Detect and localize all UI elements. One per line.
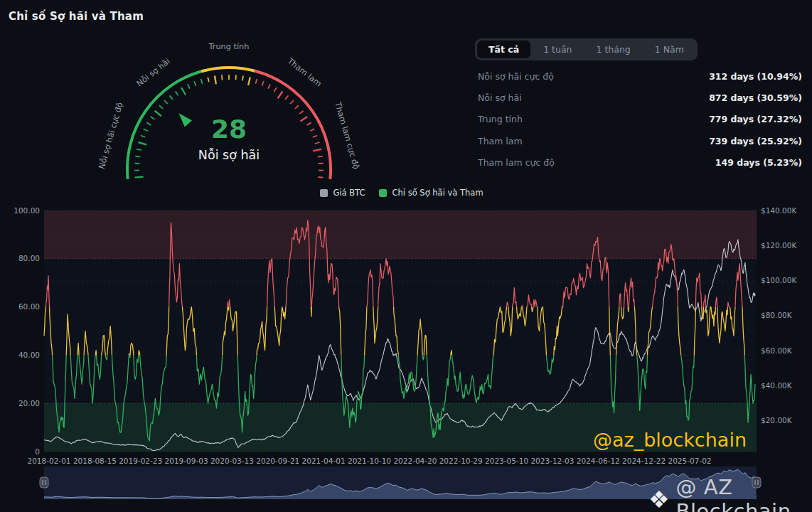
x-axis-label: 2024-06-12	[577, 457, 620, 465]
gauge-tick	[144, 129, 148, 131]
gauge-tick	[208, 77, 209, 82]
y-right-tick: $140.00K	[761, 206, 797, 215]
x-axis-label: 2022-04-20	[393, 457, 437, 465]
gauge-zone-label-4: Tham lam cực độ	[333, 100, 361, 170]
x-axis-label: 2018-08-15	[73, 457, 117, 465]
gauge-tick	[301, 117, 308, 122]
tab-1-year[interactable]: 1 Năm	[643, 41, 695, 58]
gauge-tick	[194, 81, 196, 86]
gauge-arc-zone-2	[256, 71, 331, 178]
tab-all[interactable]: Tất cả	[477, 41, 530, 58]
gauge-tick	[278, 92, 283, 99]
legend-label: Giá BTC	[333, 188, 365, 198]
gauge-zone-label-1: Nỗi sợ hãi	[135, 57, 172, 89]
gauge-value-label: Nỗi sợ hãi	[198, 148, 260, 162]
x-axis-label: 2025-07-02	[668, 457, 711, 465]
x-axis-label: 2020-09-21	[256, 457, 299, 465]
gauge-needle	[178, 113, 192, 127]
gauge-tick	[222, 75, 223, 80]
gauge-tick	[146, 122, 151, 125]
gauge-tick	[319, 177, 324, 178]
x-axis-label: 2020-03-13	[210, 457, 254, 465]
y-right-tick: $80.00K	[761, 311, 793, 319]
gauge-tick	[188, 84, 190, 88]
legend-item-fear-greed[interactable]: Chỉ số Sợ hãi và Tham	[379, 188, 483, 198]
gauge-tick	[170, 95, 173, 100]
stat-row-neutral: Trung tính 779 days (27.32%)	[469, 109, 806, 130]
gauge-tick	[139, 142, 147, 145]
legend-item-btc-price[interactable]: Giá BTC	[320, 188, 365, 198]
y-left-tick: 60.00	[18, 302, 40, 311]
navigator-handle-left[interactable]	[40, 477, 48, 488]
gauge-tick	[176, 92, 178, 96]
chart-watermark: @az_blockchain	[593, 429, 747, 451]
gauge-tick	[262, 81, 264, 86]
gauge-tick	[299, 111, 304, 114]
footer-brand-text: @ AZ Blockchain	[676, 475, 812, 512]
y-right-tick: $20.00K	[761, 416, 793, 425]
plot-area[interactable]	[44, 210, 757, 452]
gauge-zone-label-3: Tham lam	[285, 56, 323, 89]
gauge-tick	[285, 95, 288, 100]
y-left-tick: 0	[35, 447, 40, 456]
fear-greed-gauge: 28Nỗi sợ hãiNỗi sợ hãi cực độNỗi sợ hãiT…	[65, 30, 400, 179]
tab-1-month[interactable]: 1 tháng	[584, 41, 641, 58]
gauge-tick	[248, 77, 250, 85]
stat-value: 149 days (5.23%)	[715, 157, 802, 168]
gauge-value: 28	[211, 114, 247, 144]
main-chart[interactable]: 100.0080.0060.0040.0020.000$140.00K$120.…	[0, 205, 812, 466]
stat-value: 872 days (30.59%)	[709, 92, 802, 103]
y-left-tick: 20.00	[18, 399, 40, 407]
x-axis-label: 2023-12-03	[530, 457, 574, 465]
stat-row-greed: Tham lam 739 days (25.92%)	[469, 130, 806, 151]
stat-label: Tham lam	[478, 136, 523, 146]
gauge-tick	[274, 87, 277, 92]
stat-label: Nỗi sợ hãi cực độ	[478, 71, 554, 82]
gauge-tick	[164, 100, 168, 104]
tab-1-week[interactable]: 1 tuần	[532, 41, 583, 58]
gauge-tick	[255, 79, 257, 84]
stat-row-extreme-greed: Tham lam cực độ 149 days (5.23%)	[469, 152, 806, 174]
page-title: Chỉ số Sợ hãi và Tham	[9, 10, 144, 23]
fear-greed-legend-swatch-icon	[379, 189, 387, 197]
y-right-tick: $40.00K	[761, 381, 793, 390]
gauge-tick	[290, 100, 294, 104]
chart-legend: Giá BTC Chỉ số Sợ hãi và Tham	[0, 188, 803, 198]
stat-label: Trung tính	[478, 114, 523, 124]
x-axis-label: 2019-02-23	[119, 457, 162, 465]
gauge-tick	[137, 149, 141, 151]
x-axis-label: 2022-10-29	[439, 457, 483, 465]
y-right-tick: $120.00K	[761, 241, 797, 250]
x-axis-label: 2018-02-01	[27, 457, 70, 465]
binance-diamond-icon: ❖	[648, 488, 670, 511]
gauge-tick	[295, 105, 299, 109]
stat-label: Tham lam cực độ	[478, 157, 555, 168]
stat-value: 312 days (10.94%)	[709, 71, 802, 82]
stat-row-fear: Nỗi sợ hãi 872 days (30.59%)	[469, 87, 806, 108]
gauge-tick	[135, 177, 144, 178]
gauge-tick	[307, 122, 311, 125]
y-right-tick: $100.00K	[761, 276, 797, 284]
gauge-tick	[310, 129, 314, 131]
gauge-tick	[155, 111, 161, 116]
gauge-arc-zone-1	[203, 68, 256, 71]
stat-row-extreme-fear: Nỗi sợ hãi cực độ 312 days (10.94%)	[469, 65, 806, 87]
gauge-tick	[242, 76, 243, 81]
gauge-zone-label-2: Trung tính	[208, 42, 250, 51]
gauge-tick	[159, 105, 163, 109]
stat-label: Nỗi sợ hãi	[478, 92, 522, 103]
gauge-arc-zone-0	[127, 71, 203, 178]
gauge-tick	[268, 84, 270, 88]
x-axis-label: 2023-05-10	[485, 457, 528, 465]
gauge-zone-label-0: Nỗi sợ hãi cực độ	[97, 101, 125, 170]
y-left-tick: 100.00	[14, 206, 40, 215]
x-axis-label: 2019-09-03	[165, 457, 208, 465]
x-axis-label: 2024-12-22	[622, 457, 666, 465]
x-axis-label: 2021-10-10	[348, 457, 391, 465]
stats-panel: Nỗi sợ hãi cực độ 312 days (10.94%) Nỗi …	[469, 65, 806, 174]
gauge-tick	[236, 75, 237, 80]
btc-legend-swatch-icon	[320, 189, 328, 197]
gauge-tick	[315, 142, 320, 144]
footer-brand: ❖ @ AZ Blockchain	[648, 475, 812, 512]
y-left-tick: 40.00	[18, 351, 40, 359]
